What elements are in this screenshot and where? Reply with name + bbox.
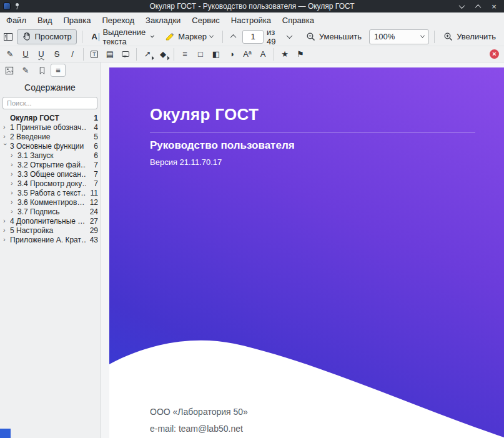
browse-tool-label: Просмотр — [34, 32, 71, 41]
pin-toolbar-button[interactable]: ⚑ — [294, 47, 307, 61]
opacity-button[interactable]: ◑ — [225, 47, 239, 61]
tab-thumbnails[interactable] — [2, 64, 17, 77]
splitter-handle[interactable] — [101, 62, 109, 438]
sidebar-tabs: ✎ ≡ — [0, 62, 100, 77]
menu-go[interactable]: Переход — [102, 16, 134, 25]
straight-line-button[interactable]: / — [66, 47, 79, 61]
toc-item[interactable]: 3.1 Запуск 6 — [0, 151, 100, 160]
inline-note-button[interactable]: ▤ — [103, 47, 117, 61]
expander-icon[interactable] — [2, 143, 9, 150]
toggle-sidebar-button[interactable] — [2, 29, 14, 44]
font-button[interactable]: A — [256, 47, 270, 61]
toc-item[interactable]: 3.5 Работа с текст… 11 — [0, 188, 100, 197]
line-width-button[interactable]: ≡ — [178, 47, 192, 61]
rectangle-button[interactable]: □ — [194, 47, 207, 61]
document-page: Окуляр ГОСТ Руководство пользователя Вер… — [109, 67, 504, 438]
menu-tools[interactable]: Сервис — [192, 16, 220, 25]
expander-icon[interactable] — [11, 171, 17, 177]
tab-contents[interactable]: ≡ — [51, 64, 66, 77]
popup-note-button[interactable] — [119, 47, 132, 61]
menu-help[interactable]: Справка — [282, 16, 314, 25]
expander-icon[interactable] — [3, 124, 10, 131]
shape-tool-button[interactable]: ◆ — [156, 47, 170, 61]
menu-view[interactable]: Вид — [37, 16, 52, 25]
toc-item[interactable]: 3.6 Комментиров… 12 — [0, 197, 100, 207]
corner-badge — [0, 429, 11, 438]
typewriter-button[interactable]: T — [87, 47, 101, 61]
expander-icon[interactable] — [11, 180, 17, 187]
minimize-button[interactable] — [457, 2, 466, 11]
close-button[interactable]: × — [490, 2, 498, 11]
expander-icon[interactable] — [3, 133, 10, 140]
typewriter-icon: T — [91, 51, 98, 58]
separator — [82, 31, 82, 43]
cover-divider — [150, 132, 475, 132]
toc-item[interactable]: Приложение А. Крат… 43 — [0, 235, 100, 244]
zoom-in-button[interactable]: Увеличить — [439, 29, 500, 44]
strikeout-button[interactable]: S — [50, 47, 64, 61]
search-wrap — [2, 97, 97, 109]
text-selection-label: Выделение текста — [102, 27, 147, 46]
cover-subtitle: Руководство пользователя — [150, 139, 295, 152]
font-size-button[interactable]: Aª — [240, 47, 254, 61]
chevron-down-icon — [209, 34, 214, 38]
expander-icon[interactable] — [11, 199, 17, 206]
squiggle-button[interactable]: U — [34, 47, 48, 61]
sidebar-header: Содержание — [0, 82, 100, 92]
separator — [274, 48, 274, 61]
line-icon: / — [71, 49, 74, 59]
next-page-button[interactable] — [284, 29, 295, 44]
app-icon — [3, 2, 11, 10]
expander-icon[interactable] — [11, 161, 17, 168]
menu-file[interactable]: Файл — [6, 16, 26, 25]
browse-tool-button[interactable]: Просмотр — [17, 29, 76, 44]
menu-settings[interactable]: Настройка — [231, 16, 271, 25]
window-title: Окуляр ГОСТ - Руководство пользователя —… — [50, 2, 454, 11]
expander-icon[interactable] — [3, 227, 10, 234]
toc-item[interactable]: Окуляр ГОСТ 1 — [0, 113, 100, 122]
underline-button[interactable]: U — [19, 47, 32, 61]
zoom-level-value: 100% — [374, 32, 395, 41]
close-annotation-toolbar-button[interactable]: × — [490, 49, 499, 59]
toc-item[interactable]: 3.7 Подпись 24 — [0, 207, 100, 216]
toc-item[interactable]: 3.3 Общее описан… 7 — [0, 169, 100, 179]
expander-icon[interactable] — [11, 189, 17, 196]
menu-bookmarks[interactable]: Закладки — [146, 16, 180, 25]
expander-icon[interactable] — [3, 236, 10, 243]
marker-tool-button[interactable]: Маркер — [161, 29, 217, 44]
line-width-icon: ≡ — [182, 49, 187, 59]
chevron-down-icon — [420, 34, 425, 38]
freehand-highlighter-button[interactable]: ✎ — [3, 47, 17, 61]
page-number-input[interactable] — [242, 30, 264, 44]
toc-item[interactable]: 4 Дополнительные … 27 — [0, 216, 100, 226]
arrow-tool-button[interactable]: ↗ — [141, 47, 154, 61]
star-icon: ★ — [281, 49, 289, 59]
tab-annotations[interactable]: ✎ — [18, 64, 33, 77]
pin-icon: ⚑ — [297, 49, 304, 59]
separator — [83, 48, 84, 61]
maximize-button[interactable] — [473, 2, 482, 11]
bookmark-icon — [38, 66, 46, 75]
toc-item[interactable]: 2 Введение 5 — [0, 132, 100, 141]
expander-icon[interactable] — [3, 217, 10, 224]
toc-search-input[interactable] — [2, 97, 97, 109]
expander-icon[interactable] — [11, 152, 17, 159]
toc-item[interactable]: 3.4 Просмотр доку… 7 — [0, 179, 100, 188]
toc-item[interactable]: 5 Настройка 29 — [0, 226, 100, 235]
menu-edit[interactable]: Правка — [64, 16, 91, 25]
previous-page-button[interactable] — [228, 29, 239, 44]
fill-color-button[interactable]: ◧ — [209, 47, 223, 61]
tab-bookmarks[interactable] — [34, 64, 49, 77]
zoom-out-button[interactable]: Уменьшить — [302, 29, 366, 44]
zoom-level-combobox[interactable]: 100% — [369, 29, 429, 44]
toc-item[interactable]: 1 Принятые обознач… 4 — [0, 122, 100, 132]
expander-icon[interactable] — [11, 208, 17, 215]
text-selection-button[interactable]: A Выделение текста — [87, 29, 158, 44]
toc-item[interactable]: 3.2 Открытие фай… 7 — [0, 160, 100, 169]
separator — [136, 48, 137, 61]
window: { "window": { "title": "Окуляр ГОСТ - Ру… — [0, 0, 504, 438]
stamp-button[interactable]: ★ — [278, 47, 292, 61]
document-viewport[interactable]: Окуляр ГОСТ Руководство пользователя Вер… — [109, 62, 504, 438]
toc-item[interactable]: 3 Основные функции 6 — [0, 141, 100, 151]
pencil-icon: ✎ — [7, 49, 14, 59]
